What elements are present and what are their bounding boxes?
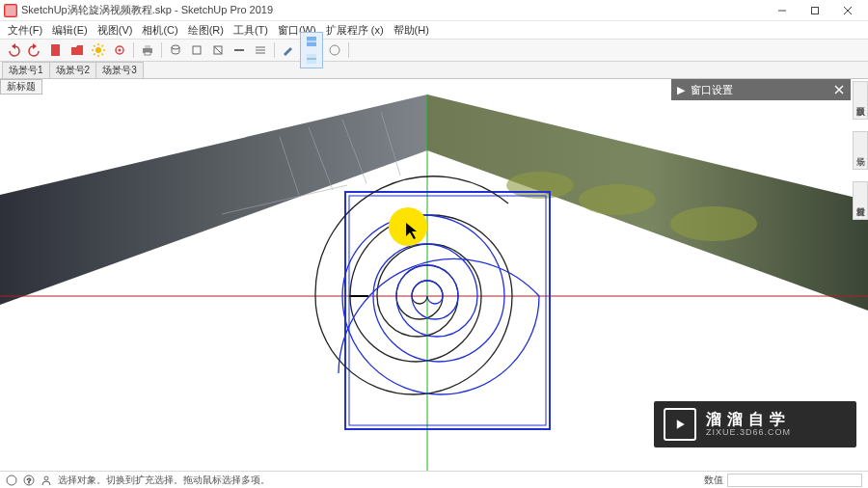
svg-rect-0 (5, 5, 15, 15)
svg-point-44 (670, 206, 757, 241)
scene-tab-2[interactable]: 场景号2 (49, 62, 97, 78)
svg-point-54 (7, 475, 16, 485)
minimize-button[interactable] (766, 1, 799, 20)
svg-rect-7 (51, 44, 60, 56)
window-controls (766, 1, 864, 20)
right-vertical-scene[interactable]: 场景 (853, 131, 868, 170)
right-vertical-default[interactable]: 默认面板 (853, 81, 868, 120)
view-cylinder-icon[interactable] (166, 41, 185, 59)
style-c-icon[interactable] (325, 41, 344, 59)
new-file-icon[interactable] (46, 41, 66, 59)
viewport[interactable]: 新标题 (0, 79, 868, 471)
svg-line-15 (94, 54, 95, 56)
svg-marker-6 (33, 43, 37, 49)
svg-rect-2 (812, 7, 819, 14)
menu-draw[interactable]: 绘图(R) (184, 23, 228, 38)
redo-icon[interactable] (25, 41, 44, 59)
svg-point-22 (172, 45, 179, 49)
open-file-icon[interactable] (68, 41, 87, 59)
menu-ext[interactable]: 扩展程序 (x) (322, 23, 388, 38)
scene-tabs: 场景号1 场景号2 场景号3 (0, 62, 868, 79)
menu-edit[interactable]: 编辑(E) (48, 23, 92, 38)
measure-label: 数值 (704, 474, 723, 487)
view-square-icon[interactable] (208, 41, 228, 59)
watermark: 溜溜自学 ZIXUE.3D66.COM (654, 401, 856, 447)
style-b-icon[interactable] (302, 50, 321, 68)
svg-text:?: ? (27, 476, 32, 485)
svg-point-18 (119, 49, 122, 52)
status-hint: 选择对象。切换到扩充选择。拖动鼠标选择多项。 (58, 474, 270, 487)
view-lines-icon[interactable] (251, 41, 270, 59)
svg-point-8 (95, 47, 101, 53)
window-settings-panel[interactable]: ▶ 窗口设置 (671, 79, 851, 100)
svg-rect-21 (145, 52, 150, 55)
scene-tab-1[interactable]: 场景号1 (2, 62, 50, 78)
user-icon[interactable] (41, 474, 52, 486)
svg-point-57 (44, 476, 48, 480)
menu-file[interactable]: 文件(F) (4, 23, 46, 38)
svg-line-16 (102, 45, 104, 47)
close-icon[interactable] (833, 84, 845, 95)
svg-point-34 (330, 45, 339, 55)
gear-icon[interactable] (110, 41, 129, 59)
panel-title: 窗口设置 (691, 83, 827, 97)
close-window-button[interactable] (831, 1, 864, 20)
undo-icon[interactable] (4, 41, 23, 59)
title-bar: SketchUp涡轮旋涡视频教程.skp - SketchUp Pro 2019 (0, 0, 868, 21)
svg-marker-53 (677, 420, 685, 429)
view-dash-icon[interactable] (230, 41, 249, 59)
style-group (300, 32, 323, 68)
watermark-url: ZIXUE.3D66.COM (706, 428, 791, 438)
menu-camera[interactable]: 相机(C) (138, 23, 181, 38)
svg-line-13 (94, 45, 95, 47)
view-cube-icon[interactable] (187, 41, 206, 59)
info-icon[interactable] (6, 474, 17, 486)
menu-bar: 文件(F) 编辑(E) 视图(V) 相机(C) 绘图(R) 工具(T) 窗口(W… (0, 21, 868, 39)
svg-rect-47 (345, 192, 550, 429)
edit-pencil-icon[interactable] (279, 41, 298, 59)
right-vertical-material[interactable]: 材料设置 (853, 181, 868, 220)
right-tray: 默认面板 场景 材料设置 (853, 81, 868, 220)
menu-view[interactable]: 视图(V) (94, 23, 137, 38)
toolbar (0, 39, 868, 62)
print-icon[interactable] (138, 41, 157, 59)
measurements-input[interactable] (727, 474, 862, 487)
svg-line-25 (214, 46, 222, 54)
help-icon[interactable]: ? (23, 474, 35, 486)
status-bar: ? 选择对象。切换到扩充选择。拖动鼠标选择多项。 数值 (0, 471, 868, 488)
svg-rect-48 (349, 196, 546, 425)
menu-tools[interactable]: 工具(T) (230, 23, 272, 38)
play-icon (664, 408, 696, 441)
sun-icon[interactable] (89, 41, 108, 59)
svg-point-43 (579, 184, 656, 215)
watermark-title: 溜溜自学 (706, 411, 791, 428)
svg-marker-5 (12, 43, 15, 49)
chevron-right-icon: ▶ (677, 84, 685, 96)
svg-line-14 (102, 54, 104, 56)
svg-point-42 (506, 172, 574, 199)
style-a-icon[interactable] (302, 33, 321, 50)
menu-help[interactable]: 帮助(H) (390, 23, 433, 38)
app-icon (4, 4, 17, 17)
svg-rect-23 (193, 46, 201, 54)
svg-rect-20 (145, 45, 150, 48)
scene-tab-3[interactable]: 场景号3 (95, 62, 144, 78)
maximize-button[interactable] (799, 1, 831, 20)
window-title: SketchUp涡轮旋涡视频教程.skp - SketchUp Pro 2019 (21, 3, 273, 17)
